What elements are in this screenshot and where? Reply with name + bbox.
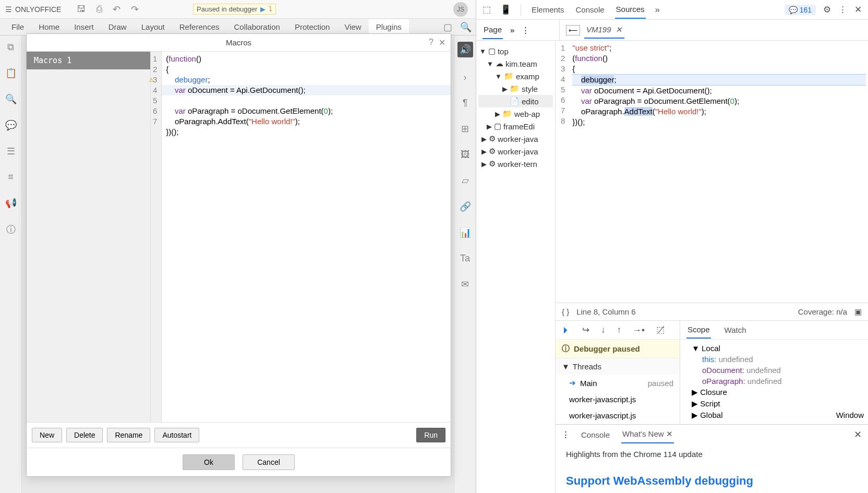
menu-layout[interactable]: Layout: [134, 19, 172, 34]
coverage-status: Coverage: n/a: [798, 307, 847, 316]
close-icon[interactable]: ✕: [439, 38, 445, 47]
feedback-icon[interactable]: 📢: [5, 197, 17, 209]
dialog-footer: Ok Cancel: [27, 448, 451, 476]
step-button[interactable]: →•: [633, 325, 645, 335]
editor-code[interactable]: (function() { debugger; var oDocument = …: [162, 52, 451, 422]
outline-icon[interactable]: ≡: [8, 172, 14, 183]
file-tree[interactable]: ▼▢top ▼☁kim.team ▼📁examp ▶📁style 📄edito …: [476, 41, 556, 493]
step-into-button[interactable]: ↓: [601, 325, 606, 335]
chevron-icon[interactable]: ›: [464, 72, 467, 83]
delete-button[interactable]: Delete: [66, 428, 103, 442]
chart-icon[interactable]: 📊: [460, 227, 471, 238]
menu-protection[interactable]: Protection: [287, 19, 337, 34]
source-code[interactable]: "use strict"; (function() { debugger; va…: [570, 41, 868, 303]
open-icon[interactable]: ▢: [443, 21, 452, 33]
info-icon[interactable]: ⓘ: [6, 223, 16, 236]
undo-icon[interactable]: ↶: [113, 4, 120, 15]
run-button[interactable]: Run: [416, 428, 445, 442]
file-tab-vm199[interactable]: VM199 ✕: [584, 22, 624, 39]
tab-console[interactable]: Console: [575, 1, 606, 18]
watch-tab[interactable]: Watch: [724, 322, 748, 338]
table-icon[interactable]: ⊞: [461, 123, 469, 135]
copy-icon[interactable]: ⧉: [7, 42, 14, 53]
issues-badge[interactable]: 💬 161: [785, 5, 816, 15]
tree-wt[interactable]: worker-tern: [498, 160, 537, 169]
menu-home[interactable]: Home: [31, 19, 67, 34]
new-button[interactable]: New: [32, 428, 62, 442]
tab-elements[interactable]: Elements: [531, 1, 565, 18]
tree-style[interactable]: style: [522, 85, 538, 93]
kebab-icon[interactable]: ⋮: [838, 4, 847, 15]
more-page-tabs-icon[interactable]: »: [510, 26, 514, 34]
menu-collaboration[interactable]: Collaboration: [226, 19, 287, 34]
ok-button[interactable]: Ok: [183, 454, 235, 470]
thread-wj1[interactable]: worker-javascript.js: [556, 391, 680, 407]
step-icon[interactable]: ⤵: [269, 5, 272, 13]
tree-top[interactable]: top: [498, 47, 509, 56]
macro-item[interactable]: Macros 1: [27, 52, 150, 69]
shape-icon[interactable]: ▱: [462, 175, 469, 186]
file-tab-close-icon[interactable]: ✕: [616, 25, 622, 34]
coverage-toggle-icon[interactable]: ▣: [854, 307, 862, 317]
paste-icon[interactable]: 📋: [5, 67, 17, 79]
search-icon[interactable]: 🔍: [460, 21, 472, 33]
format-icon[interactable]: { }: [562, 307, 569, 316]
scope-tab[interactable]: Scope: [686, 321, 711, 339]
tree-edito[interactable]: edito: [522, 97, 539, 106]
page-tab[interactable]: Page: [483, 21, 503, 39]
tree-webap[interactable]: web-ap: [514, 110, 540, 118]
nav-back-icon[interactable]: ⟵: [566, 25, 580, 35]
scope-body[interactable]: ▼ Local this: undefined oDocument: undef…: [680, 340, 868, 424]
paused-text: Paused in debugger: [197, 5, 257, 13]
step-over-button[interactable]: ↪: [582, 324, 589, 335]
help-icon[interactable]: ?: [429, 38, 433, 47]
rename-button[interactable]: Rename: [107, 428, 150, 442]
image-icon[interactable]: 🖼: [461, 149, 470, 160]
user-avatar[interactable]: JS: [453, 2, 468, 17]
resume-icon[interactable]: ▶: [260, 5, 266, 13]
stack-icon: ☰: [5, 5, 12, 14]
comments-icon[interactable]: 💬: [5, 119, 17, 131]
thread-wj2[interactable]: worker-javascript.js: [556, 407, 680, 424]
page-kebab-icon[interactable]: ⋮: [522, 26, 529, 35]
drawer-whatsnew-tab[interactable]: What's New ✕: [621, 426, 674, 443]
cancel-button[interactable]: Cancel: [243, 454, 295, 470]
mail-icon[interactable]: ✉: [461, 279, 469, 290]
link-icon[interactable]: 🔗: [460, 201, 471, 212]
tree-frame[interactable]: frameEdi: [503, 122, 535, 131]
tree-wj2[interactable]: worker-java: [498, 147, 538, 156]
step-out-button[interactable]: ↑: [617, 325, 622, 335]
tree-examp[interactable]: examp: [516, 72, 539, 81]
save-icon[interactable]: 🖫: [77, 4, 86, 15]
device-icon[interactable]: 📱: [500, 4, 511, 15]
sound-icon[interactable]: 🔊: [457, 42, 473, 57]
redo-icon[interactable]: ↷: [131, 4, 139, 15]
thread-main[interactable]: ➔Main paused: [556, 375, 680, 391]
autostart-button[interactable]: Autostart: [154, 428, 199, 442]
find-icon[interactable]: 🔍: [5, 93, 17, 105]
resume-button[interactable]: ⏵: [562, 325, 571, 335]
print-icon[interactable]: ⎙: [97, 4, 102, 15]
menu-plugins[interactable]: Plugins: [369, 19, 409, 34]
menu-draw[interactable]: Draw: [101, 19, 134, 34]
drawer-close-icon[interactable]: ✕: [854, 429, 862, 440]
paragraph-icon[interactable]: ¶: [463, 98, 468, 109]
settings-icon[interactable]: ⚙: [823, 4, 831, 15]
devtools-close-icon[interactable]: ✕: [854, 4, 862, 15]
menu-references[interactable]: References: [172, 19, 227, 34]
tree-wj1[interactable]: worker-java: [498, 135, 538, 143]
macro-editor[interactable]: 1 2 3 4 5 6 7⚠ (function() { debugger; v…: [151, 52, 451, 422]
deactivate-breakpoints-button[interactable]: ⬚̸: [656, 324, 665, 335]
menu-file[interactable]: File: [4, 19, 31, 34]
menu-view[interactable]: View: [337, 19, 368, 34]
threads-header[interactable]: ▼ Threads: [556, 358, 680, 375]
drawer-console-tab[interactable]: Console: [580, 427, 611, 443]
tree-kim[interactable]: kim.team: [505, 59, 537, 68]
drawer-kebab-icon[interactable]: ⋮: [562, 430, 570, 439]
inspect-icon[interactable]: ⬚: [483, 4, 491, 15]
tab-sources[interactable]: Sources: [615, 1, 646, 19]
more-tabs-icon[interactable]: »: [655, 5, 660, 15]
menu-insert[interactable]: Insert: [67, 19, 101, 34]
headings-icon[interactable]: ☰: [7, 146, 15, 157]
textart-icon[interactable]: Ta: [460, 253, 470, 264]
